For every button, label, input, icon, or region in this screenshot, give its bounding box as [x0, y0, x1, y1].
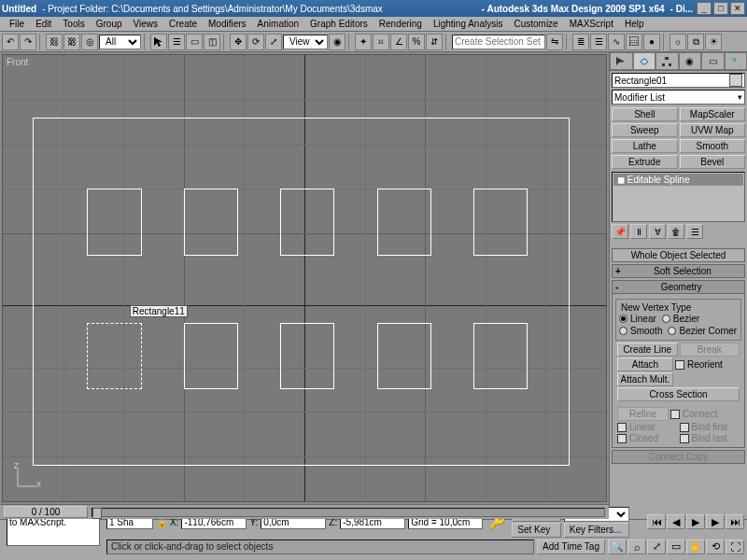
maximize-button[interactable]: □ — [713, 2, 728, 15]
rect-window-5[interactable] — [473, 189, 528, 256]
viewport-front[interactable]: Front — [2, 54, 607, 502]
rect-window-8[interactable] — [280, 323, 334, 390]
window-crossing-button[interactable]: ◫ — [204, 34, 220, 50]
menu-lighting[interactable]: Lighting Analysis — [428, 19, 509, 29]
set-key-button[interactable]: Set Key — [512, 523, 561, 538]
bind-last-checkbox[interactable] — [680, 434, 689, 443]
configure-sets-button[interactable]: ☰ — [686, 224, 703, 239]
mod-shell-button[interactable]: Shell — [612, 107, 678, 121]
select-by-name-button[interactable]: ☰ — [168, 34, 185, 50]
rect-outer[interactable] — [33, 118, 570, 466]
minimize-button[interactable]: _ — [697, 2, 712, 15]
render-frame-button[interactable]: ⧉ — [687, 34, 704, 50]
reorient-checkbox[interactable] — [675, 360, 684, 370]
time-track[interactable] — [92, 508, 605, 517]
move-button[interactable]: ✥ — [230, 34, 247, 50]
object-color-swatch[interactable] — [729, 74, 742, 87]
track-knob[interactable] — [92, 508, 102, 519]
orbit-button[interactable]: ⟲ — [706, 539, 725, 554]
quick-render-button[interactable]: ☀ — [705, 34, 722, 50]
close-button[interactable]: ✕ — [730, 2, 745, 15]
menu-group[interactable]: Group — [91, 19, 128, 29]
menu-file[interactable]: File — [4, 19, 30, 29]
rect-window-4[interactable] — [377, 189, 431, 256]
create-line-button[interactable]: Create Line — [617, 343, 678, 357]
menu-rendering[interactable]: Rendering — [374, 19, 428, 29]
mod-extrude-button[interactable]: Extrude — [612, 155, 678, 169]
menu-views[interactable]: Views — [128, 19, 164, 29]
mirror-button[interactable]: ⇋ — [546, 34, 563, 50]
tab-motion[interactable]: ◉ — [679, 52, 702, 70]
linear-checkbox[interactable] — [617, 423, 627, 432]
stack-item-editable-spline[interactable]: ◼ Editable Spline — [613, 174, 743, 186]
rollup-soft-selection[interactable]: +Soft Selection — [612, 264, 745, 278]
radio-bezier-corner[interactable]: Bezier Corner — [668, 326, 737, 336]
next-frame-button[interactable]: ▶ — [706, 514, 725, 529]
undo-button[interactable]: ↶ — [2, 34, 19, 50]
remove-modifier-button[interactable]: 🗑 — [668, 224, 684, 239]
select-button[interactable] — [150, 34, 167, 50]
bind-first-checkbox[interactable] — [680, 423, 689, 432]
make-unique-button[interactable]: ∀ — [649, 224, 666, 239]
menu-help[interactable]: Help — [619, 19, 650, 29]
layers-button[interactable]: ☰ — [590, 34, 607, 50]
menu-edit[interactable]: Edit — [30, 19, 57, 29]
select-manipulate-button[interactable]: ✦ — [355, 34, 372, 50]
pan-button[interactable]: ✋ — [686, 539, 705, 554]
radio-linear[interactable]: Linear — [619, 314, 656, 324]
modifier-list-dropdown[interactable]: Modifier List — [612, 90, 745, 105]
schematic-button[interactable]: ⿳ — [626, 34, 642, 50]
add-time-tag-button[interactable]: Add Time Tag — [537, 539, 605, 554]
tab-modify[interactable] — [633, 52, 656, 70]
show-end-result-button[interactable]: Ⅱ — [630, 224, 647, 239]
rect-window-1[interactable] — [87, 189, 141, 256]
break-button[interactable]: Break — [680, 343, 740, 357]
play-button[interactable]: ▶ — [686, 514, 705, 529]
mod-smooth-button[interactable]: Smooth — [680, 139, 746, 153]
attach-button[interactable]: Attach — [617, 357, 673, 371]
menu-create[interactable]: Create — [163, 19, 203, 29]
mod-bevel-button[interactable]: Bevel — [680, 155, 746, 169]
rollup-geometry[interactable]: -Geometry — [612, 280, 745, 294]
align-button[interactable]: ≣ — [572, 34, 589, 50]
material-editor-button[interactable]: ● — [643, 34, 660, 50]
rect-window-2[interactable] — [184, 189, 238, 256]
pivot-button[interactable]: ◉ — [329, 34, 345, 50]
redo-button[interactable]: ↷ — [20, 34, 36, 50]
maxscript-listener[interactable]: to MAXScript. — [7, 514, 100, 546]
menu-customize[interactable]: Customize — [508, 19, 563, 29]
modifier-stack[interactable]: ◼ Editable Spline — [612, 172, 745, 222]
key-filters-button[interactable]: Key Filters... — [564, 523, 629, 538]
radio-smooth[interactable]: Smooth — [619, 326, 662, 336]
rotate-button[interactable]: ⟳ — [247, 34, 264, 50]
attach-mult-button[interactable]: Attach Mult. — [617, 372, 673, 386]
bind-button[interactable]: ◎ — [81, 34, 98, 50]
radio-bezier[interactable]: Bezier — [662, 314, 699, 324]
zoom-region-button[interactable]: ▭ — [667, 539, 685, 554]
percent-snap-button[interactable]: % — [408, 34, 425, 50]
closed-checkbox[interactable] — [617, 434, 627, 443]
rect-window-7[interactable] — [184, 323, 238, 390]
link-button[interactable]: ⛓ — [46, 34, 63, 50]
menu-graph-editors[interactable]: Graph Editors — [304, 19, 374, 29]
prev-frame-button[interactable]: ◀ — [667, 514, 685, 529]
tab-create[interactable] — [610, 52, 633, 70]
zoom-extents-button[interactable]: ⤢ — [647, 539, 666, 554]
select-region-button[interactable]: ▭ — [186, 34, 203, 50]
mod-mapscaler-button[interactable]: MapScaler — [680, 107, 746, 121]
zoom-all-button[interactable]: ⌕ — [627, 539, 646, 554]
mod-sweep-button[interactable]: Sweep — [612, 123, 678, 137]
mod-lathe-button[interactable]: Lathe — [612, 139, 678, 153]
tab-utilities[interactable]: 🔧 — [725, 52, 748, 70]
unlink-button[interactable]: ⛓̸ — [63, 34, 80, 50]
tab-display[interactable]: ▭ — [701, 52, 725, 70]
menu-tools[interactable]: Tools — [57, 19, 90, 29]
menu-animation[interactable]: Animation — [252, 19, 304, 29]
curve-editor-button[interactable]: ∿ — [608, 34, 625, 50]
tab-hierarchy[interactable] — [655, 52, 679, 70]
render-setup-button[interactable]: ☼ — [669, 34, 686, 50]
pin-stack-button[interactable]: 📌 — [612, 224, 628, 239]
spinner-snap-button[interactable]: ⇵ — [426, 34, 443, 50]
time-slider[interactable]: 0 / 100 — [0, 504, 609, 519]
rect-window-9[interactable] — [377, 323, 431, 390]
